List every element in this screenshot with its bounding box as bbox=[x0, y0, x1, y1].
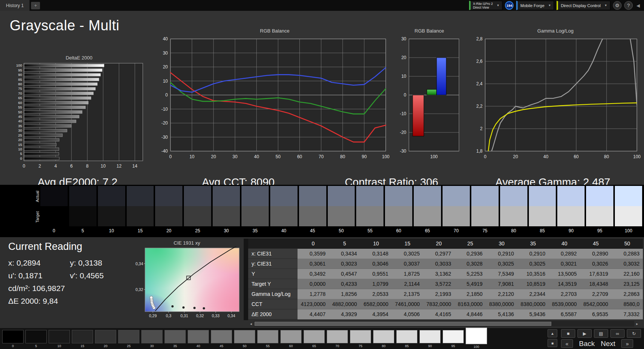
grayscale-swatch-column: 35 bbox=[241, 186, 269, 235]
actual-swatch bbox=[356, 186, 383, 206]
swatch-level-label: 35 bbox=[241, 226, 269, 235]
gray-patch-80[interactable] bbox=[373, 330, 394, 343]
history-tab[interactable]: History 1 bbox=[0, 0, 30, 11]
back-chevron-button[interactable]: « bbox=[561, 339, 573, 348]
refresh-button[interactable]: ↻ bbox=[627, 329, 641, 338]
gamma-chart-title: Gamma Log/Log bbox=[469, 28, 642, 34]
gray-patch-65[interactable] bbox=[303, 330, 325, 343]
svg-text:0,29: 0,29 bbox=[149, 313, 157, 318]
layout-button[interactable]: ■ bbox=[548, 339, 557, 347]
grayscale-swatch-column: 95 bbox=[586, 186, 613, 235]
svg-text:0: 0 bbox=[404, 92, 406, 98]
swatch-level-label: 75 bbox=[471, 226, 499, 235]
gray-patch-10[interactable] bbox=[49, 330, 70, 343]
meter-selector[interactable]: X-Rite i1Pro 2 Direct View ▼ bbox=[469, 1, 503, 10]
table-cell: 6,5587 bbox=[549, 309, 580, 319]
table-column-header: 15 bbox=[392, 239, 423, 249]
svg-text:-10: -10 bbox=[400, 111, 407, 116]
table-cell: 0,3434 bbox=[329, 249, 360, 259]
table-cell: 5,4919 bbox=[455, 279, 486, 289]
back-button[interactable]: Back bbox=[579, 340, 595, 348]
gray-patch-5[interactable] bbox=[25, 330, 47, 343]
gray-patch-90[interactable] bbox=[419, 330, 441, 343]
help-button[interactable]: ? bbox=[624, 1, 633, 10]
gray-patch-60[interactable] bbox=[280, 330, 302, 343]
gray-patch-30[interactable] bbox=[141, 330, 163, 343]
measurement-table-grid: 05101520253035404550x: CIE310,35990,3434… bbox=[248, 239, 643, 319]
workflow-selector[interactable]: Direct Display Control ▼ bbox=[557, 1, 610, 10]
gray-patch-25[interactable] bbox=[118, 330, 139, 343]
table-row-label: ΔE 2000 bbox=[248, 309, 298, 319]
source-selector[interactable]: Mobile Forge ▼ bbox=[516, 1, 554, 10]
actual-swatch bbox=[40, 186, 68, 206]
table-cell: 1,0799 bbox=[360, 279, 392, 289]
gray-patch-35[interactable] bbox=[164, 330, 186, 343]
actual-swatch bbox=[270, 186, 298, 206]
help-icon: ? bbox=[627, 3, 630, 8]
svg-text:0,34: 0,34 bbox=[228, 313, 235, 318]
table-cell: 7,9081 bbox=[486, 279, 517, 289]
table-row: x: CIE310,35990,34340,31480,30250,29770,… bbox=[248, 249, 643, 259]
table-cell: 7,5349 bbox=[486, 269, 517, 279]
target-swatch bbox=[241, 206, 269, 226]
collapse-panel-button[interactable]: ◀ bbox=[635, 3, 641, 8]
table-horizontal-scrollbar[interactable]: ◂ ▸ bbox=[248, 321, 640, 327]
gray-patch-45[interactable] bbox=[211, 330, 232, 343]
stop-button[interactable]: ■ bbox=[561, 329, 575, 338]
gray-patch-55[interactable] bbox=[257, 330, 278, 343]
svg-text:8: 8 bbox=[86, 163, 89, 169]
table-corner bbox=[248, 239, 298, 249]
table-cell: 3,5722 bbox=[423, 279, 455, 289]
target-swatch bbox=[414, 206, 441, 226]
gray-patch-70[interactable] bbox=[327, 330, 348, 343]
current-reading-panel: Current Reading x: 0,2894y: 0,3138 u': 0… bbox=[8, 241, 104, 309]
gray-patch-75[interactable] bbox=[350, 330, 371, 343]
patch-label: 15 bbox=[80, 344, 84, 348]
table-cell: 10,3516 bbox=[517, 269, 549, 279]
meter-count-badge[interactable]: 194 bbox=[505, 1, 514, 10]
gray-patch-50[interactable] bbox=[234, 330, 255, 343]
patch-column: 35 bbox=[164, 330, 186, 349]
patch-label: 40 bbox=[196, 344, 200, 348]
scrollbar-thumb[interactable] bbox=[255, 322, 551, 326]
gray-patch-0[interactable] bbox=[2, 330, 24, 343]
svg-text:10: 10 bbox=[163, 79, 168, 84]
svg-text:65: 65 bbox=[18, 96, 22, 100]
table-vertical-scrollbar[interactable] bbox=[244, 239, 248, 320]
add-tab-button[interactable]: + bbox=[31, 2, 40, 9]
rgb-balance-line-chart-title: RGB Balance bbox=[157, 28, 392, 34]
swatch-level-label: 15 bbox=[127, 226, 154, 235]
gray-patch-40[interactable] bbox=[188, 330, 209, 343]
target-swatch bbox=[529, 206, 556, 226]
gray-patch-20[interactable] bbox=[95, 330, 116, 343]
svg-text:-20: -20 bbox=[400, 130, 407, 135]
scroll-right-arrow[interactable]: ▸ bbox=[634, 321, 640, 327]
actual-swatch bbox=[471, 186, 499, 206]
gray-patch-85[interactable] bbox=[396, 330, 417, 343]
svg-text:0,34: 0,34 bbox=[136, 261, 144, 266]
page-title: Grayscale - Multi bbox=[10, 18, 120, 34]
patch-label: 60 bbox=[289, 344, 293, 348]
settings-button[interactable]: ⚙ bbox=[613, 1, 622, 10]
svg-text:40: 40 bbox=[18, 119, 22, 123]
scroll-up-button[interactable]: ▲ bbox=[548, 329, 557, 337]
table-cell: 13,5005 bbox=[549, 269, 580, 279]
svg-text:20: 20 bbox=[18, 138, 22, 142]
continuous-button[interactable]: ∞ bbox=[610, 329, 625, 338]
gray-patch-15[interactable] bbox=[72, 330, 93, 343]
swatch-level-label: 60 bbox=[385, 226, 412, 235]
table-cell: 4,8446 bbox=[455, 309, 486, 319]
next-chevron-button[interactable]: » bbox=[621, 339, 633, 348]
svg-text:30: 30 bbox=[18, 128, 22, 132]
gray-patch-95[interactable] bbox=[443, 330, 464, 343]
play-button[interactable]: ▶ bbox=[577, 329, 592, 338]
next-button[interactable]: Next bbox=[601, 340, 615, 348]
svg-text:-10: -10 bbox=[161, 107, 168, 112]
table-cell: 0,9551 bbox=[360, 269, 392, 279]
scrollbar-track[interactable] bbox=[254, 321, 634, 327]
gray-patch-100[interactable] bbox=[466, 328, 487, 344]
table-cell: 2,2120 bbox=[486, 289, 517, 299]
table-row: Gamma Log/Log1,27781,82562,05332,13752,1… bbox=[248, 289, 643, 299]
scroll-left-arrow[interactable]: ◂ bbox=[248, 321, 254, 327]
report-button[interactable]: ▤ bbox=[594, 329, 608, 338]
